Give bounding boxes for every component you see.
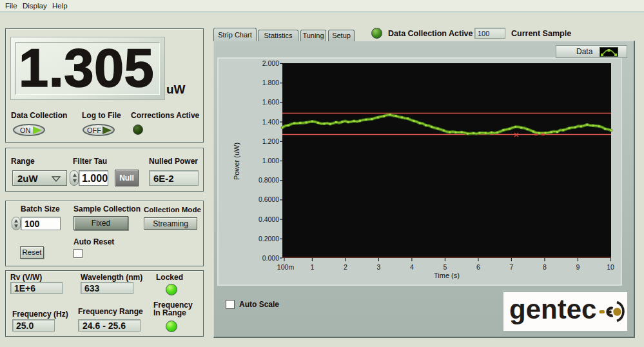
svg-text:2.000: 2.000 <box>262 59 279 67</box>
svg-text:100m: 100m <box>277 263 295 271</box>
svg-text:4: 4 <box>410 263 414 271</box>
svg-text:0.000: 0.000 <box>262 254 279 262</box>
svg-text:1.000: 1.000 <box>262 157 279 164</box>
svg-text:1.400: 1.400 <box>262 118 279 126</box>
svg-text:0.6000: 0.6000 <box>259 195 279 203</box>
svg-text:5: 5 <box>443 263 447 271</box>
svg-text:9: 9 <box>576 263 580 271</box>
svg-text:2: 2 <box>344 263 347 271</box>
svg-text:1.200: 1.200 <box>262 137 279 145</box>
svg-text:0.2000: 0.2000 <box>259 235 279 243</box>
svg-text:Power (uW): Power (uW) <box>233 143 240 180</box>
svg-text:0.4000: 0.4000 <box>259 215 279 223</box>
svg-text:10: 10 <box>607 263 614 271</box>
svg-text:gentec: gentec <box>509 294 596 324</box>
svg-text:8: 8 <box>543 263 547 271</box>
svg-text:Time (s): Time (s) <box>434 272 460 279</box>
svg-text:3: 3 <box>376 263 380 271</box>
svg-text:1: 1 <box>310 263 314 271</box>
svg-text:7: 7 <box>509 263 513 271</box>
svg-text:1.600: 1.600 <box>262 98 279 106</box>
svg-text:1.800: 1.800 <box>262 79 279 86</box>
svg-text:0.8000: 0.8000 <box>259 176 279 184</box>
svg-text:6: 6 <box>476 263 480 271</box>
